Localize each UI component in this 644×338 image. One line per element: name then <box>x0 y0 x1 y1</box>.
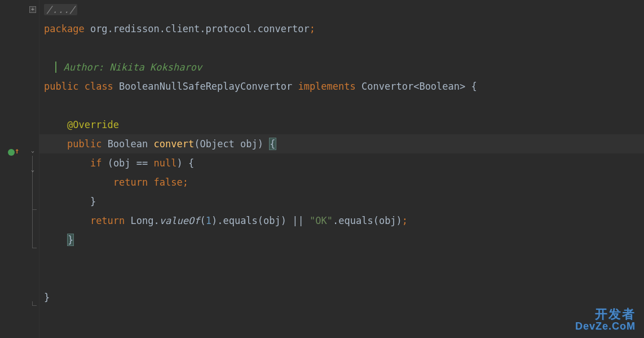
gutter-markers: ↑ <box>0 0 23 338</box>
code-line[interactable]: } <box>39 192 644 211</box>
brace-match: } <box>67 234 74 246</box>
folded-block[interactable]: /.../ <box>44 4 77 15</box>
watermark-en: DevZe.CoM <box>575 321 636 332</box>
watermark: 开发者 DevZe.CoM <box>575 308 636 332</box>
fold-end-icon <box>32 301 37 306</box>
fold-expand-icon[interactable]: + <box>29 6 36 13</box>
code-line[interactable] <box>39 269 644 288</box>
brace-match: { <box>269 138 276 150</box>
fold-end-icon <box>32 244 37 248</box>
gutter: ↑ + ⌄ ⌄ <box>0 0 39 338</box>
code-content[interactable]: /.../ package org.redisson.client.protoc… <box>39 0 644 338</box>
annotation: @Override <box>67 119 119 130</box>
override-marker-icon[interactable]: ↑ <box>8 148 17 157</box>
fold-end-icon <box>32 205 37 210</box>
code-line[interactable] <box>39 96 644 115</box>
doc-author: Author: Nikita Koksharov <box>55 62 202 73</box>
code-line[interactable]: package org.redisson.client.protocol.con… <box>39 19 644 38</box>
code-line[interactable]: return Long.valueOf(1).equals(obj) || "O… <box>39 211 644 230</box>
code-line[interactable]: } <box>39 230 644 249</box>
code-line[interactable]: if (obj == null) { <box>39 153 644 173</box>
code-line[interactable]: /.../ <box>39 0 644 19</box>
fold-column: + ⌄ ⌄ <box>29 0 39 338</box>
watermark-cn: 开发者 <box>575 308 636 321</box>
code-line[interactable] <box>39 249 644 269</box>
code-line[interactable]: @Override <box>39 115 644 134</box>
code-line[interactable]: public class BooleanNullSafeReplayConver… <box>39 77 644 96</box>
code-line[interactable]: } <box>39 288 644 307</box>
code-line[interactable]: Author: Nikita Koksharov <box>39 58 644 77</box>
fold-region-icon[interactable]: ⌄ <box>29 148 36 155</box>
code-line[interactable]: return false; <box>39 173 644 192</box>
fold-region-icon[interactable]: ⌄ <box>29 167 36 174</box>
code-line[interactable] <box>39 38 644 58</box>
code-editor[interactable]: ↑ + ⌄ ⌄ /.../ package org.redisson.clien… <box>0 0 644 338</box>
code-line-active[interactable]: public Boolean convert(Object obj) { <box>39 134 644 153</box>
